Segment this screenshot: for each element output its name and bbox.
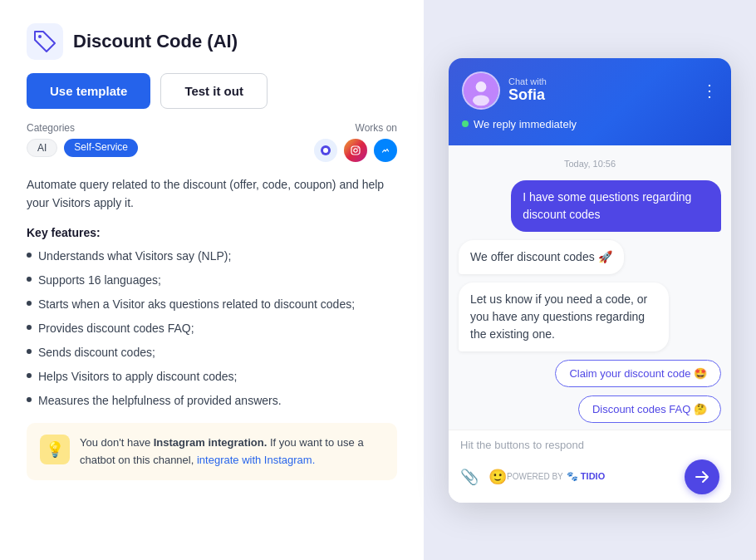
chat-body: Today, 10:56 I have some questions regar… <box>449 145 731 430</box>
list-item: Helps Visitors to apply discount codes; <box>27 368 397 386</box>
bullet <box>27 253 32 258</box>
svg-rect-0 <box>27 23 63 60</box>
chat-bubble-bot-2: Let us know if you need a code, or you h… <box>459 282 669 351</box>
svg-point-7 <box>381 146 390 155</box>
chat-header: Chat with Sofia ⋮ We reply immediately <box>449 58 731 145</box>
emoji-icon[interactable]: 🙂 <box>488 468 507 486</box>
categories-works-on-row: Categories AI Self-Service Works on <box>27 122 397 162</box>
channel-instagram-icon <box>344 139 367 162</box>
bullet <box>27 301 32 306</box>
notice-text: You don't have Instagram integration. If… <box>80 435 384 469</box>
agent-name-block: Chat with Sofia <box>508 76 547 104</box>
test-it-out-button[interactable]: Test it out <box>160 73 268 109</box>
notice-icon: 💡 <box>40 435 70 464</box>
categories-section: Categories AI Self-Service <box>27 122 138 157</box>
agent-name: Sofia <box>508 86 547 104</box>
svg-point-3 <box>323 148 328 153</box>
chat-input-placeholder: Hit the buttons to respond <box>460 439 719 451</box>
right-panel: Chat with Sofia ⋮ We reply immediately T… <box>424 0 756 560</box>
features-title: Key features: <box>27 226 397 239</box>
channel-tidio-icon <box>314 139 337 162</box>
svg-point-9 <box>476 81 487 92</box>
notice-box: 💡 You don't have Instagram integration. … <box>27 423 397 481</box>
chat-window: Chat with Sofia ⋮ We reply immediately T… <box>449 58 731 503</box>
chat-status: We reply immediately <box>462 118 718 130</box>
svg-point-5 <box>354 149 357 152</box>
chat-timestamp: Today, 10:56 <box>459 159 721 169</box>
list-item: Supports 16 languages; <box>27 272 397 289</box>
bullet <box>27 325 32 330</box>
works-on-section: Works on <box>314 122 397 162</box>
chat-toolbar-left: 📎 🙂 <box>460 468 507 486</box>
svg-point-6 <box>357 147 359 149</box>
attachment-icon[interactable]: 📎 <box>460 468 479 486</box>
status-text: We reply immediately <box>474 118 577 130</box>
chat-footer: Hit the buttons to respond 📎 🙂 POWERED B… <box>449 430 731 503</box>
send-button[interactable] <box>685 459 719 494</box>
svg-point-1 <box>38 35 42 38</box>
title-row: Discount Code (AI) <box>27 23 397 60</box>
tag-ai: AI <box>27 139 57 157</box>
works-on-label: Works on <box>314 122 397 134</box>
chat-option-button-1[interactable]: Claim your discount code 🤩 <box>555 360 721 387</box>
channel-messenger-icon <box>374 139 397 162</box>
list-item: Sends discount codes; <box>27 344 397 361</box>
list-item: Understands what Visitors say (NLP); <box>27 248 397 265</box>
chat-footer-bottom: 📎 🙂 POWERED BY 🐾 TIDIO <box>460 459 719 494</box>
buttons-row: Use template Test it out <box>27 73 397 109</box>
tags-row: AI Self-Service <box>27 139 138 157</box>
tag-icon <box>27 23 63 60</box>
bullet <box>27 349 32 354</box>
avatar <box>462 71 500 110</box>
tidio-logo: 🐾 TIDIO <box>567 471 605 482</box>
instagram-integration-link[interactable]: integrate with Instagram. <box>197 454 315 466</box>
list-item: Measures the helpfulness of provided ans… <box>27 392 397 410</box>
chat-bubble-user: I have some questions regarding discount… <box>511 180 721 232</box>
agent-info: Chat with Sofia <box>462 71 547 110</box>
svg-point-10 <box>473 95 489 106</box>
chat-header-top: Chat with Sofia ⋮ <box>462 71 718 110</box>
chat-option-button-2[interactable]: Discount codes FAQ 🤔 <box>578 395 721 423</box>
list-item: Starts when a Visitor aks questions rela… <box>27 296 397 313</box>
header-menu-icon[interactable]: ⋮ <box>701 81 718 101</box>
description-text: Automate query related to the discount (… <box>27 175 397 213</box>
categories-label: Categories <box>27 122 138 134</box>
status-dot <box>462 120 469 127</box>
bullet <box>27 277 32 282</box>
chat-with-label: Chat with <box>508 76 547 86</box>
chat-bubble-bot-1: We offer discount codes 🚀 <box>459 240 624 274</box>
bullet <box>27 373 32 378</box>
tag-selfservice: Self-Service <box>64 139 138 157</box>
features-section: Key features: Understands what Visitors … <box>27 226 397 410</box>
works-on-icons <box>314 139 397 162</box>
bullet <box>27 397 32 402</box>
features-list: Understands what Visitors say (NLP); Sup… <box>27 248 397 410</box>
use-template-button[interactable]: Use template <box>27 73 150 109</box>
page-title: Discount Code (AI) <box>73 31 238 52</box>
powered-by: POWERED BY 🐾 TIDIO <box>507 471 605 482</box>
list-item: Provides discount codes FAQ; <box>27 320 397 337</box>
left-panel: Discount Code (AI) Use template Test it … <box>0 0 424 560</box>
send-icon <box>695 469 709 484</box>
